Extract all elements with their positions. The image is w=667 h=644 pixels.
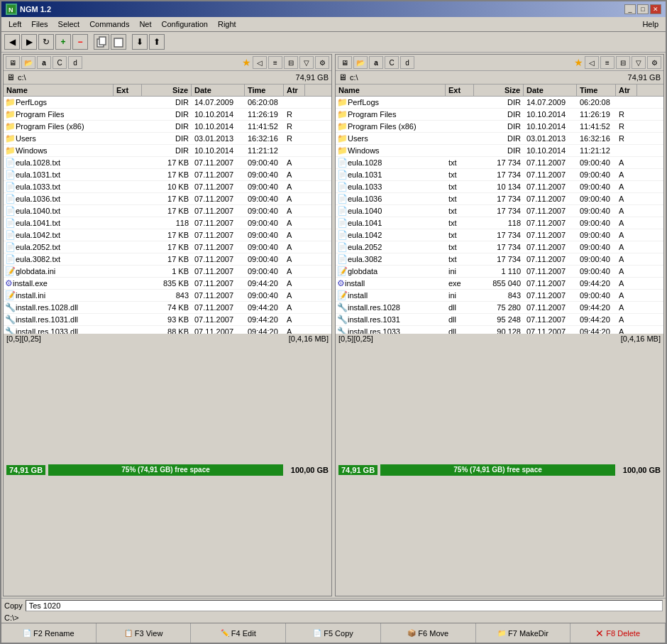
left-tb-s3[interactable]: ⚙ bbox=[315, 56, 329, 69]
tb-back[interactable]: ◀ bbox=[4, 34, 20, 50]
left-col-size[interactable]: Size bbox=[142, 84, 192, 96]
table-row[interactable]: 📄 eula.1033txt10 13407.11.200709:00:40A bbox=[336, 181, 663, 193]
left-col-name[interactable]: Name bbox=[4, 84, 114, 96]
left-tb-browse[interactable]: 📂 bbox=[21, 56, 35, 69]
table-row[interactable]: 🔧 install.res.1033.dll88 KB07.11.200709:… bbox=[4, 326, 331, 334]
menu-configuration[interactable]: Configuration bbox=[158, 18, 212, 30]
right-tb-home[interactable]: 🖥 bbox=[338, 56, 352, 69]
table-row[interactable]: 📄 eula.1040.txt17 KB07.11.200709:00:40A bbox=[4, 205, 331, 217]
left-tb-d[interactable]: d bbox=[68, 56, 82, 69]
f4-edit[interactable]: ✏️ F4 Edit bbox=[191, 623, 286, 643]
f7-makedir[interactable]: 📁 F7 MakeDir bbox=[476, 623, 571, 643]
left-tb-s2[interactable]: ⊟ bbox=[284, 56, 298, 69]
table-row[interactable]: 🔧 install.res.1028.dll74 KB07.11.200709:… bbox=[4, 302, 331, 314]
table-row[interactable]: 📁 Program FilesDIR10.10.201411:26:19R bbox=[336, 109, 663, 121]
table-row[interactable]: 📝 globdata.ini1 KB07.11.200709:00:40A bbox=[4, 266, 331, 278]
left-col-atr[interactable]: Atr bbox=[284, 84, 305, 96]
f8-delete[interactable]: ✕ F8 Delete bbox=[570, 623, 666, 643]
table-row[interactable]: 📁 Program Files (x86)DIR10.10.201411:41:… bbox=[336, 121, 663, 133]
f3-view[interactable]: 📋 F3 View bbox=[97, 623, 192, 643]
menu-commands[interactable]: Commands bbox=[85, 18, 133, 30]
right-col-ext[interactable]: Ext bbox=[446, 84, 474, 96]
menu-files[interactable]: Files bbox=[27, 18, 52, 30]
left-path-text[interactable]: c:\ bbox=[18, 73, 26, 82]
table-row[interactable]: 📝 install.ini84307.11.200709:00:40A bbox=[4, 290, 331, 302]
table-row[interactable]: 📄 eula.1036txt17 73407.11.200709:00:40A bbox=[336, 193, 663, 205]
table-row[interactable]: 🔧 install.res.1031dll95 24807.11.200709:… bbox=[336, 314, 663, 326]
table-row[interactable]: 🔧 install.res.1028dll75 28007.11.200709:… bbox=[336, 302, 663, 314]
table-row[interactable]: 📝 globdataini1 11007.11.200709:00:40A bbox=[336, 266, 663, 278]
tb-add[interactable]: + bbox=[55, 34, 71, 50]
right-col-atr[interactable]: Atr bbox=[616, 84, 637, 96]
tb-copy-icon[interactable] bbox=[94, 34, 109, 50]
left-tb-s1[interactable]: ◁ bbox=[253, 56, 267, 69]
menu-left[interactable]: Left bbox=[4, 18, 26, 30]
table-row[interactable]: 📄 eula.1042.txt17 KB07.11.200709:00:40A bbox=[4, 229, 331, 241]
right-tb-c[interactable]: C bbox=[385, 56, 399, 69]
menu-right[interactable]: Right bbox=[214, 18, 241, 30]
left-tb-list[interactable]: ≡ bbox=[268, 56, 282, 69]
table-row[interactable]: 📄 eula.1031txt17 73407.11.200709:00:40A bbox=[336, 169, 663, 181]
table-row[interactable]: 📄 eula.1036.txt17 KB07.11.200709:00:40A bbox=[4, 193, 331, 205]
right-tb-list[interactable]: ≡ bbox=[600, 56, 614, 69]
right-tb-a[interactable]: a bbox=[369, 56, 383, 69]
table-row[interactable]: 📁 PerfLogsDIR14.07.200906:20:08 bbox=[4, 97, 331, 109]
table-row[interactable]: 📁 WindowsDIR10.10.201411:21:12 bbox=[336, 145, 663, 157]
menu-help[interactable]: Help bbox=[638, 18, 663, 30]
table-row[interactable]: 📝 installini84307.11.200709:00:40A bbox=[336, 290, 663, 302]
right-col-size[interactable]: Size bbox=[474, 84, 524, 96]
right-tb-d[interactable]: d bbox=[400, 56, 414, 69]
tb-refresh[interactable]: ↻ bbox=[38, 34, 54, 50]
table-row[interactable]: 📁 PerfLogsDIR14.07.200906:20:08 bbox=[336, 97, 663, 109]
table-row[interactable]: 🔧 install.res.1031.dll93 KB07.11.200709:… bbox=[4, 314, 331, 326]
right-tb-browse[interactable]: 📂 bbox=[353, 56, 368, 69]
left-col-time[interactable]: Time bbox=[245, 84, 284, 96]
table-row[interactable]: 📄 eula.1041.txt11807.11.200709:00:40A bbox=[4, 217, 331, 229]
left-col-ext[interactable]: Ext bbox=[114, 84, 142, 96]
f6-move[interactable]: 📦 F6 Move bbox=[381, 623, 476, 643]
table-row[interactable]: 📄 eula.1028.txt17 KB07.11.200709:00:40A bbox=[4, 157, 331, 169]
left-col-date[interactable]: Date bbox=[192, 84, 245, 96]
table-row[interactable]: 📁 UsersDIR03.01.201316:32:16R bbox=[4, 133, 331, 145]
table-row[interactable]: 📁 Program FilesDIR10.10.201411:26:19R bbox=[4, 109, 331, 121]
tb-remove[interactable]: − bbox=[72, 34, 88, 50]
table-row[interactable]: 📄 eula.3082txt17 73407.11.200709:00:40A bbox=[336, 253, 663, 266]
left-tb-a[interactable]: a bbox=[37, 56, 51, 69]
tb-forward[interactable]: ▶ bbox=[21, 34, 37, 50]
left-tb-c[interactable]: C bbox=[53, 56, 67, 69]
close-button[interactable]: ✕ bbox=[650, 4, 661, 14]
copy-destination-input[interactable] bbox=[26, 600, 663, 611]
table-row[interactable]: 📁 Program Files (x86)DIR10.10.201411:41:… bbox=[4, 121, 331, 133]
table-row[interactable]: 📁 WindowsDIR10.10.201411:21:12 bbox=[4, 145, 331, 157]
left-tb-filter[interactable]: ▽ bbox=[299, 56, 314, 69]
right-col-name[interactable]: Name bbox=[336, 84, 446, 96]
table-row[interactable]: 📄 eula.2052.txt17 KB07.11.200709:00:40A bbox=[4, 241, 331, 253]
table-row[interactable]: 📄 eula.3082.txt17 KB07.11.200709:00:40A bbox=[4, 253, 331, 266]
right-col-date[interactable]: Date bbox=[524, 84, 577, 96]
right-tb-s3[interactable]: ⚙ bbox=[647, 56, 661, 69]
tb-upload[interactable]: ⬆ bbox=[149, 34, 165, 50]
right-tb-filter[interactable]: ▽ bbox=[632, 56, 646, 69]
right-file-list[interactable]: Name Ext Size Date Time Atr 📁 PerfLogsDI… bbox=[336, 84, 663, 334]
left-file-list[interactable]: Name Ext Size Date Time Atr 📁 PerfLogsDI… bbox=[4, 84, 331, 334]
right-col-time[interactable]: Time bbox=[577, 84, 616, 96]
menu-select[interactable]: Select bbox=[54, 18, 84, 30]
table-row[interactable]: 📄 eula.1028txt17 73407.11.200709:00:40A bbox=[336, 157, 663, 169]
tb-download[interactable]: ⬇ bbox=[132, 34, 148, 50]
table-row[interactable]: 📄 eula.1042txt17 73407.11.200709:00:40A bbox=[336, 229, 663, 241]
table-row[interactable]: 🔧 install.res.1033dll90 12807.11.200709:… bbox=[336, 326, 663, 334]
f2-rename[interactable]: 📄 F2 Rename bbox=[1, 623, 97, 643]
minimize-button[interactable]: _ bbox=[624, 4, 636, 14]
table-row[interactable]: ⚙ installexe855 04007.11.200709:44:20A bbox=[336, 278, 663, 290]
table-row[interactable]: 📄 eula.1040txt17 73407.11.200709:00:40A bbox=[336, 205, 663, 217]
f5-copy[interactable]: 📄 F5 Copy bbox=[286, 623, 381, 643]
right-tb-s2[interactable]: ⊟ bbox=[616, 56, 630, 69]
right-path-text[interactable]: c:\ bbox=[350, 73, 358, 82]
table-row[interactable]: 📄 eula.1033.txt10 KB07.11.200709:00:40A bbox=[4, 181, 331, 193]
left-tb-home[interactable]: 🖥 bbox=[6, 56, 20, 69]
table-row[interactable]: 📄 eula.1041txt11807.11.200709:00:40A bbox=[336, 217, 663, 229]
table-row[interactable]: 📄 eula.2052txt17 73407.11.200709:00:40A bbox=[336, 241, 663, 253]
right-tb-s1[interactable]: ◁ bbox=[585, 56, 599, 69]
tb-paste-icon[interactable] bbox=[111, 34, 126, 50]
table-row[interactable]: ⚙ install.exe835 KB07.11.200709:44:20A bbox=[4, 278, 331, 290]
